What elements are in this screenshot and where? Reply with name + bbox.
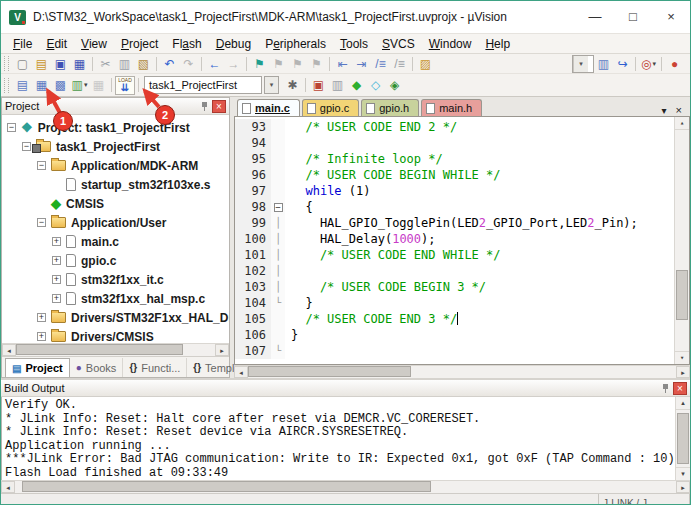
- redo-icon[interactable]: ↷: [179, 55, 198, 72]
- insert-bookmark-icon[interactable]: ⚑: [250, 55, 269, 72]
- tree-item[interactable]: +main.c: [2, 232, 229, 251]
- scroll-up-icon[interactable]: ▴: [675, 117, 689, 130]
- open-folder-icon[interactable]: ▤: [32, 55, 51, 72]
- project-hscrollbar[interactable]: ◂ ▸: [2, 343, 229, 356]
- code-line[interactable]: 95 /* Infinite loop */: [235, 151, 674, 167]
- code-line[interactable]: 103│ /* USER CODE BEGIN 3 */: [235, 279, 674, 295]
- expand-toggle[interactable]: +: [52, 256, 61, 265]
- pin-icon[interactable]: [662, 384, 669, 393]
- manage-rte-icon[interactable]: ◆: [347, 77, 366, 94]
- tree-item[interactable]: +Drivers/STM32F1xx_HAL_Driver: [2, 308, 229, 327]
- menu-file[interactable]: File: [6, 35, 39, 53]
- editor-vscrollbar[interactable]: ▴ ▾: [674, 117, 689, 364]
- search-combo[interactable]: ▾: [572, 55, 594, 73]
- menu-help[interactable]: Help: [478, 35, 517, 53]
- scroll-thumb[interactable]: [677, 413, 689, 464]
- code-line[interactable]: 96 /* USER CODE BEGIN WHILE */: [235, 167, 674, 183]
- paste-icon[interactable]: ▧: [134, 55, 153, 72]
- editor-tab-gpio-c[interactable]: gpio.c: [302, 99, 359, 116]
- editor-hscrollbar[interactable]: ◂ ▸: [234, 365, 690, 378]
- clear-bookmarks-icon[interactable]: ⚑: [307, 55, 326, 72]
- editor-tab-main-h[interactable]: main.h: [421, 99, 482, 116]
- target-select-arrow-icon[interactable]: ▾: [264, 76, 279, 94]
- tab-list-dropdown-icon[interactable]: ▾: [662, 105, 667, 116]
- scroll-thumb[interactable]: [16, 344, 183, 355]
- rebuild-icon[interactable]: ▩: [51, 77, 70, 94]
- dropdown-arrow-icon[interactable]: ▾: [84, 81, 88, 89]
- new-file-icon[interactable]: ▢: [13, 55, 32, 72]
- scroll-right-icon[interactable]: ▸: [676, 481, 690, 493]
- navigate-back-icon[interactable]: ←: [205, 55, 224, 72]
- expand-toggle[interactable]: +: [52, 275, 61, 284]
- scroll-right-icon[interactable]: ▸: [676, 366, 690, 378]
- tree-item[interactable]: +gpio.c: [2, 251, 229, 270]
- scroll-thumb[interactable]: [22, 481, 432, 492]
- code-line[interactable]: 93 /* USER CODE END 2 */: [235, 119, 674, 135]
- build-output-hscrollbar[interactable]: ◂ ▸: [1, 480, 690, 493]
- scroll-thumb[interactable]: [248, 366, 411, 377]
- tree-item[interactable]: startup_stm32f103xe.s: [2, 175, 229, 194]
- toolbar-grip[interactable]: [4, 78, 9, 93]
- indent-right-icon[interactable]: ⇥: [352, 55, 371, 72]
- toolbar-grip[interactable]: [4, 56, 9, 71]
- maximize-button[interactable]: □: [614, 1, 652, 33]
- copy-icon[interactable]: ▥: [115, 55, 134, 72]
- scroll-thumb[interactable]: [676, 270, 688, 319]
- menu-window[interactable]: Window: [422, 35, 479, 53]
- scroll-track[interactable]: [15, 481, 676, 493]
- expand-toggle[interactable]: +: [52, 294, 61, 303]
- save-all-icon[interactable]: ▦: [70, 55, 89, 72]
- previous-bookmark-icon[interactable]: ⚑: [269, 55, 288, 72]
- build-output-vscrollbar[interactable]: ▴ ▾: [675, 397, 690, 480]
- expand-toggle[interactable]: +: [52, 237, 61, 246]
- tree-item[interactable]: −Application/User: [2, 213, 229, 232]
- options-for-target-icon[interactable]: ✱: [283, 77, 302, 94]
- close-button[interactable]: ×: [652, 1, 690, 33]
- scroll-down-icon[interactable]: ▾: [676, 467, 690, 480]
- menu-peripherals[interactable]: Peripherals: [258, 35, 333, 53]
- configuration-icon[interactable]: ▨: [416, 55, 435, 72]
- code-line[interactable]: 102│: [235, 263, 674, 279]
- menu-view[interactable]: View: [74, 35, 114, 53]
- menu-edit[interactable]: Edit: [39, 35, 74, 53]
- incremental-find-icon[interactable]: ↪: [613, 55, 632, 72]
- undo-icon[interactable]: ↶: [160, 55, 179, 72]
- code-line[interactable]: 100│ HAL_Delay(1000);: [235, 231, 674, 247]
- file-extensions-icon[interactable]: ▣: [309, 77, 328, 94]
- panel-tab-project[interactable]: ▤Project: [5, 358, 70, 377]
- breakpoint-icon[interactable]: ●: [665, 55, 684, 72]
- translate-icon[interactable]: ▤: [13, 77, 32, 94]
- find-icon[interactable]: ◎▾: [639, 55, 658, 72]
- menu-tools[interactable]: Tools: [333, 35, 375, 53]
- uncomment-selection-icon[interactable]: /≡: [390, 55, 409, 72]
- tree-item[interactable]: +Drivers/CMSIS: [2, 327, 229, 343]
- menu-debug[interactable]: Debug: [209, 35, 258, 53]
- expand-toggle[interactable]: −: [37, 161, 46, 170]
- panel-tab-functi[interactable]: {}Functi...: [123, 358, 187, 377]
- code-line[interactable]: 106}: [235, 327, 674, 343]
- pack-installer-icon[interactable]: ◈: [385, 77, 404, 94]
- menu-svcs[interactable]: SVCS: [375, 35, 422, 53]
- select-software-packs-icon[interactable]: ◇: [366, 77, 385, 94]
- next-bookmark-icon[interactable]: ⚑: [288, 55, 307, 72]
- save-icon[interactable]: ▣: [51, 55, 70, 72]
- scroll-left-icon[interactable]: ◂: [2, 344, 16, 356]
- editor-tab-main-c[interactable]: main.c: [237, 99, 300, 116]
- code-editor[interactable]: 93 /* USER CODE END 2 */9495 /* Infinite…: [234, 116, 690, 365]
- expand-toggle[interactable]: −: [7, 123, 16, 132]
- search-combo-arrow-icon[interactable]: ▾: [573, 56, 588, 72]
- navigate-forward-icon[interactable]: →: [224, 55, 243, 72]
- tree-item[interactable]: ◆CMSIS: [2, 194, 229, 213]
- scroll-track[interactable]: [248, 366, 676, 378]
- tree-item[interactable]: −task1_ProjectFirst: [2, 137, 229, 156]
- code-line[interactable]: 101│ /* USER CODE END WHILE */: [235, 247, 674, 263]
- target-select[interactable]: task1_ProjectFirst: [144, 76, 262, 94]
- scroll-track[interactable]: [16, 344, 215, 356]
- manage-project-items-icon[interactable]: ▥: [328, 77, 347, 94]
- scroll-down-icon[interactable]: ▾: [675, 351, 689, 364]
- editor-tab-gpio-h[interactable]: gpio.h: [361, 99, 419, 116]
- minimize-button[interactable]: —: [576, 1, 614, 33]
- expand-toggle[interactable]: +: [37, 313, 46, 322]
- tree-item[interactable]: +stm32f1xx_hal_msp.c: [2, 289, 229, 308]
- tree-item[interactable]: −❖Project: task1_ProjectFirst: [2, 118, 229, 137]
